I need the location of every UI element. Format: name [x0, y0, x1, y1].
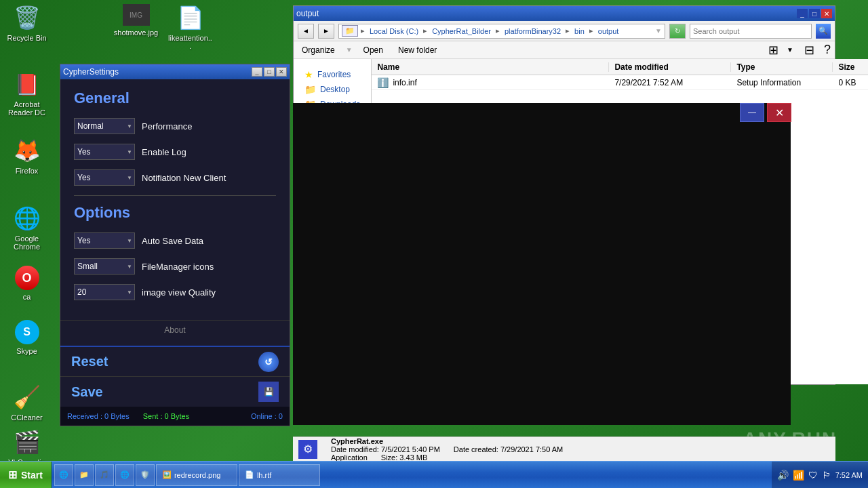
cypher-maximize-button[interactable]: □ [264, 67, 275, 77]
address-bar: 📁 ▸ Local Disk (C:) ▸ CypherRat_Bilder ▸… [338, 24, 665, 39]
path-dropdown-icon[interactable]: ▼ [655, 27, 662, 35]
taskbar-item-redrecord[interactable]: 🖼️ redrecord.png [156, 464, 237, 486]
path-segment-3[interactable]: platformBinary32 [502, 26, 563, 36]
recycle-bin-icon: 🗑️ [14, 4, 41, 31]
path-segment-0[interactable]: 📁 [342, 25, 358, 37]
general-title: General [74, 89, 276, 107]
rat-controls: — ✕ [740, 103, 791, 122]
col-header-size[interactable]: Size [833, 62, 868, 72]
new-folder-menu[interactable]: New folder [394, 44, 441, 56]
file-list-header: Name Date modified Type Size [372, 59, 868, 75]
cypher-settings-window: CypherSettings _ □ ✕ General Normal High… [60, 64, 290, 426]
start-label: Start [21, 470, 43, 481]
path-segment-1[interactable]: Local Disk (C:) [368, 26, 420, 36]
security-tray-icon: 🛡 [808, 470, 818, 481]
notification-row: Yes No Notifiation New Client [74, 169, 276, 186]
search-input[interactable] [690, 24, 812, 39]
taskbar-item-security[interactable]: 🛡️ [136, 464, 155, 486]
enable-log-select[interactable]: Yes No [74, 144, 135, 160]
file-date-cell: 7/29/2021 7:52 AM [609, 78, 731, 87]
media-taskbar-icon: 🎵 [100, 470, 109, 479]
cypher-close-button[interactable]: ✕ [276, 67, 287, 77]
rat-minimize-button[interactable]: — [740, 103, 764, 122]
save-icon: 💾 [258, 382, 279, 402]
notification-select[interactable]: Yes No [74, 169, 135, 186]
taskbar-item-lhrtf[interactable]: 📄 lh.rtf [239, 464, 320, 486]
reset-icon: ↺ [258, 352, 279, 372]
enable-log-row: Yes No Enable Log [74, 144, 276, 160]
likeattention-icon: 📄 [177, 4, 204, 31]
file-size-info: Size: 3.43 MB [381, 453, 427, 462]
enable-log-label: Enable Log [142, 147, 186, 157]
desktop-icon-opera[interactable]: O ca [1, 263, 52, 304]
image-quality-select[interactable]: 10 20 30 40 50 [74, 284, 135, 300]
path-segment-2[interactable]: CypherRat_Bilder [430, 26, 493, 36]
desktop-icon-skype[interactable]: S Skype [1, 317, 52, 358]
save-button[interactable]: Save 💾 [60, 377, 290, 407]
section-divider [74, 195, 276, 196]
notification-label: Notifiation New Client [142, 173, 226, 183]
opera-icon: O [15, 266, 39, 290]
desktop-icon-shotmove[interactable]: IMG shotmove.jpg [111, 1, 161, 39]
favorites-header: ★ Favorites [299, 67, 366, 82]
start-button[interactable]: ⊞ Start [0, 462, 52, 489]
firefox-icon: 🦊 [14, 137, 41, 164]
file-name-label: info.inf [393, 78, 416, 87]
ccleaner-icon: 🧹 [14, 384, 41, 411]
chrome-label: Google Chrome [4, 235, 50, 251]
taskbar-item-ie[interactable]: 🌐 [54, 464, 73, 486]
filemanager-select[interactable]: Small Medium Large [74, 258, 135, 274]
taskbar-item-folder[interactable]: 📁 [75, 464, 94, 486]
rat-close-button[interactable]: ✕ [767, 103, 791, 122]
auto-save-label: Auto Save Data [142, 236, 203, 246]
desktop-icon-firefox[interactable]: 🦊 Firefox [1, 134, 52, 178]
sidebar-item-desktop[interactable]: 📁 Desktop [299, 82, 366, 97]
about-label: About [164, 325, 185, 335]
preview-pane-button[interactable]: ⊟ [804, 43, 814, 58]
help-button[interactable]: ? [824, 43, 831, 57]
refresh-button[interactable]: ↻ [669, 24, 686, 39]
forward-button[interactable]: ► [318, 24, 334, 39]
table-row[interactable]: ℹ️ info.inf 7/29/2021 7:52 AM Setup Info… [372, 75, 868, 90]
desktop-icon-likeattention[interactable]: 📄 likeattention... [165, 1, 216, 53]
cypher-minimize-button[interactable]: _ [252, 67, 262, 77]
auto-save-select[interactable]: Yes No [74, 232, 135, 249]
desktop-icon-chrome[interactable]: 🌐 Google Chrome [1, 202, 52, 253]
view-dropdown-icon[interactable]: ▼ [785, 46, 795, 54]
taskbar-item-chrome[interactable]: 🌐 [115, 464, 134, 486]
about-tab[interactable]: About [60, 320, 290, 339]
taskbar-tray: 🔊 📶 🛡 🏳 7:52 AM [772, 462, 868, 488]
desktop-icon-recycle-bin[interactable]: 🗑️ Recycle Bin [1, 1, 52, 45]
desktop-folder-icon: 📁 [304, 84, 316, 95]
filemanager-label: FileManager icons [142, 262, 214, 272]
acrobat-icon: 📕 [14, 70, 41, 98]
reset-button[interactable]: Reset ↺ [60, 347, 290, 377]
auto-save-row: Yes No Auto Save Data [74, 232, 276, 249]
back-button[interactable]: ◄ [298, 24, 314, 39]
view-options-button[interactable]: ⊞ [768, 43, 778, 58]
start-windows-icon: ⊞ [8, 468, 17, 481]
col-header-name[interactable]: Name [372, 62, 609, 72]
col-header-date[interactable]: Date modified [609, 62, 731, 72]
star-icon: ★ [304, 69, 313, 80]
auto-save-select-wrapper: Yes No [74, 232, 135, 249]
options-title: Options [74, 204, 276, 222]
desktop-icon-ccleaner[interactable]: 🧹 CCleaner [1, 381, 52, 424]
path-segment-4[interactable]: bin [572, 26, 587, 36]
open-menu[interactable]: Open [359, 44, 387, 56]
desktop-icon-acrobat[interactable]: 📕 Acrobat Reader DC [1, 68, 52, 119]
search-go-button[interactable]: 🔍 [816, 24, 831, 39]
explorer-maximize-button[interactable]: □ [809, 9, 820, 18]
explorer-close-button[interactable]: ✕ [821, 9, 832, 18]
taskbar-item-media[interactable]: 🎵 [95, 464, 114, 486]
chrome-taskbar-icon: 🌐 [120, 470, 130, 479]
performance-select[interactable]: Normal High Low [74, 118, 135, 134]
enable-log-select-wrapper: Yes No [74, 144, 135, 160]
explorer-minimize-button[interactable]: _ [797, 9, 808, 18]
file-name-cell: ℹ️ info.inf [372, 77, 609, 88]
cypher-title: CypherSettings [63, 67, 119, 77]
chrome-icon: 🌐 [14, 205, 41, 232]
col-header-type[interactable]: Type [731, 62, 833, 72]
path-segment-5[interactable]: output [596, 26, 621, 36]
organize-menu[interactable]: Organize [298, 44, 339, 56]
